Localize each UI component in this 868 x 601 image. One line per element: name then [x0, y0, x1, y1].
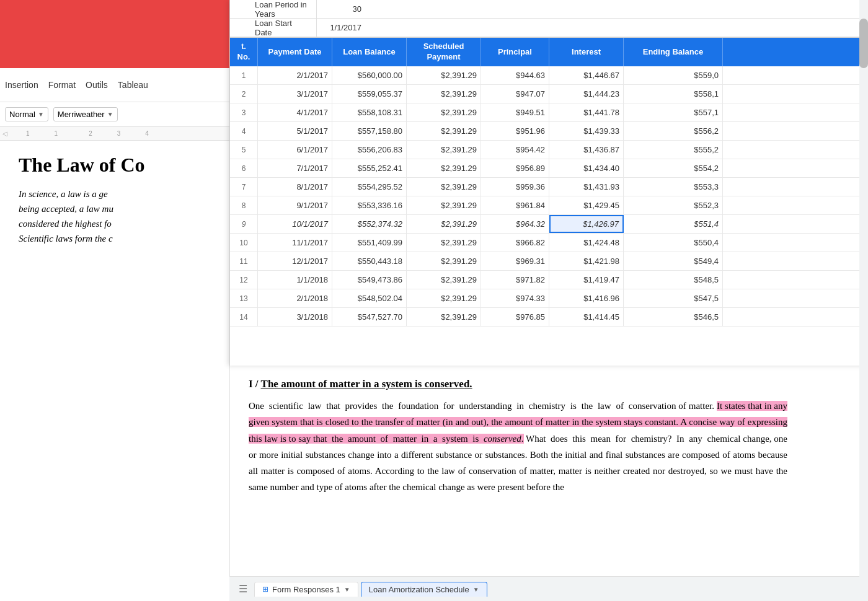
loan-start-value: 1/1/2017 [317, 23, 366, 32]
cell-payment-date: 4/1/2017 [258, 103, 332, 121]
cell-payment-date: 3/1/2017 [258, 85, 332, 103]
col-header-payment-date: Payment Date [258, 38, 332, 66]
cell-interest: $1,439.33 [549, 122, 624, 140]
cell-interest: $1,414.45 [549, 308, 624, 326]
cell-no: 6 [230, 159, 258, 177]
info-row-loan-start: Loan Start Date 1/1/2017 [230, 19, 868, 37]
cell-interest: $1,431.93 [549, 178, 624, 196]
toolbar-format[interactable]: Format [48, 80, 76, 90]
cell-payment-date: 6/1/2017 [258, 141, 332, 159]
table-row[interactable]: 5 6/1/2017 $556,206.83 $2,391.29 $954.42… [230, 141, 868, 159]
cell-principal: $951.96 [481, 122, 549, 140]
cell-loan-balance: $556,206.83 [332, 141, 407, 159]
cell-no: 10 [230, 234, 258, 252]
cell-principal: $947.07 [481, 85, 549, 103]
table-row[interactable]: 13 2/1/2018 $548,502.04 $2,391.29 $974.3… [230, 289, 868, 308]
tab-menu-button[interactable]: ☰ [234, 581, 252, 598]
sheet-tab-form-responses[interactable]: ⊞ Form Responses 1 ▼ [254, 582, 358, 597]
table-row[interactable]: 10 11/1/2017 $551,409.99 $2,391.29 $966.… [230, 234, 868, 252]
cell-payment-date: 2/1/2017 [258, 66, 332, 84]
table-row[interactable]: 4 5/1/2017 $557,158.80 $2,391.29 $951.96… [230, 122, 868, 141]
cell-ending: $557,1 [624, 103, 723, 121]
table-row[interactable]: 12 1/1/2018 $549,473.86 $2,391.29 $971.8… [230, 271, 868, 289]
highlight-text-1: It states that in any given system that … [249, 401, 787, 444]
cell-principal: $959.36 [481, 178, 549, 196]
cell-payment-date: 5/1/2017 [258, 122, 332, 140]
toolbar-tableau[interactable]: Tableau [118, 80, 148, 90]
cell-no: 4 [230, 122, 258, 140]
docs-format-bar: Normal ▼ Merriweather ▼ [0, 102, 236, 127]
table-row[interactable]: 8 9/1/2017 $553,336.16 $2,391.29 $961.84… [230, 196, 868, 215]
cell-scheduled: $2,391.29 [407, 141, 481, 159]
table-row[interactable]: 7 8/1/2017 $554,295.52 $2,391.29 $959.36… [230, 178, 868, 196]
docs-bottom-section-title: I / The amount of matter in a system is … [249, 378, 787, 390]
col-header-loan-balance: Loan Balance [332, 38, 407, 66]
loan-period-value: 30 [317, 4, 366, 14]
cell-loan-balance: $558,108.31 [332, 103, 407, 121]
cell-ending: $546,5 [624, 308, 723, 326]
table-row[interactable]: 9 10/1/2017 $552,374.32 $2,391.29 $964.3… [230, 215, 868, 234]
sheet-tab-loan-amortization[interactable]: Loan Amortization Schedule ▼ [361, 582, 487, 597]
cell-no: 8 [230, 196, 258, 214]
toolbar-insertion[interactable]: Insertion [5, 80, 38, 90]
table-row[interactable]: 3 4/1/2017 $558,108.31 $2,391.29 $949.51… [230, 103, 868, 122]
section-heading: The amount of matter in a system is cons… [261, 378, 472, 390]
cell-ending: $550,4 [624, 234, 723, 252]
cell-no: 12 [230, 271, 258, 289]
cell-loan-balance: $552,374.32 [332, 215, 407, 233]
docs-bottom-content: I / The amount of matter in a system is … [229, 366, 806, 601]
cell-interest: $1,421.98 [549, 252, 624, 270]
cell-payment-date: 1/1/2018 [258, 271, 332, 289]
doc-italic-intro: In science, a law is a ge being accepted… [19, 186, 217, 246]
table-row[interactable]: 11 12/1/2017 $550,443.18 $2,391.29 $969.… [230, 252, 868, 271]
sheets-tabs: ☰ ⊞ Form Responses 1 ▼ Loan Amortization… [229, 576, 868, 601]
table-row[interactable]: 14 3/1/2018 $547,527.70 $2,391.29 $976.8… [230, 308, 868, 327]
sheets-data: 1 2/1/2017 $560,000.00 $2,391.29 $944.63… [230, 66, 868, 327]
font-selector[interactable]: Merriweather ▼ [53, 107, 118, 121]
cell-payment-date: 7/1/2017 [258, 159, 332, 177]
cell-interest: $1,436.87 [549, 141, 624, 159]
table-row[interactable]: 6 7/1/2017 $555,252.41 $2,391.29 $956.89… [230, 159, 868, 178]
sheets-col-headers: t. No. Payment Date Loan Balance Schedul… [230, 38, 868, 66]
cell-loan-balance: $555,252.41 [332, 159, 407, 177]
font-label: Merriweather [58, 110, 105, 119]
loan-start-label: Loan Start Date [230, 19, 317, 37]
col-header-principal: Principal [481, 38, 549, 66]
cell-interest: $1,429.45 [549, 196, 624, 214]
cell-interest: $1,444.23 [549, 85, 624, 103]
sheets-info-rows: Loan Period in Years 30 Loan Start Date … [230, 0, 868, 38]
style-selector[interactable]: Normal ▼ [5, 107, 48, 121]
cell-ending: $554,2 [624, 159, 723, 177]
cell-principal: $956.89 [481, 159, 549, 177]
cell-principal: $971.82 [481, 271, 549, 289]
scrollbar-right[interactable] [859, 0, 868, 601]
scrollbar-thumb[interactable] [859, 19, 868, 68]
style-arrow-icon: ▼ [38, 111, 44, 118]
cell-interest: $1,434.40 [549, 159, 624, 177]
cell-loan-balance: $553,336.16 [332, 196, 407, 214]
cell-ending: $548,5 [624, 271, 723, 289]
docs-ruler: ◁ 1 1 2 3 4 [0, 127, 236, 141]
docs-toolbar: Insertion Format Outils Tableau [0, 68, 236, 102]
ruler-mark-3: 2 [89, 130, 92, 137]
cell-loan-balance: $547,527.70 [332, 308, 407, 326]
cell-loan-balance: $549,473.86 [332, 271, 407, 289]
cell-principal: $949.51 [481, 103, 549, 121]
loan-period-label: Loan Period in Years [230, 0, 317, 19]
ruler-mark-5: 4 [145, 130, 149, 137]
cell-no: 9 [230, 215, 258, 233]
cell-scheduled: $2,391.29 [407, 196, 481, 214]
cell-loan-balance: $551,409.99 [332, 234, 407, 252]
cell-payment-date: 8/1/2017 [258, 178, 332, 196]
cell-no: 13 [230, 289, 258, 307]
cell-interest: $1,419.47 [549, 271, 624, 289]
cell-scheduled: $2,391.29 [407, 289, 481, 307]
cell-payment-date: 12/1/2017 [258, 252, 332, 270]
col-header-scheduled: Scheduled Payment [407, 38, 481, 66]
table-row[interactable]: 1 2/1/2017 $560,000.00 $2,391.29 $944.63… [230, 66, 868, 85]
cell-interest: $1,446.67 [549, 66, 624, 84]
sheets-overlay: Loan Period in Years 30 Loan Start Date … [229, 0, 868, 366]
toolbar-outils[interactable]: Outils [86, 80, 108, 90]
ruler-mark: ◁ [2, 130, 7, 137]
table-row[interactable]: 2 3/1/2017 $559,055.37 $2,391.29 $947.07… [230, 85, 868, 103]
